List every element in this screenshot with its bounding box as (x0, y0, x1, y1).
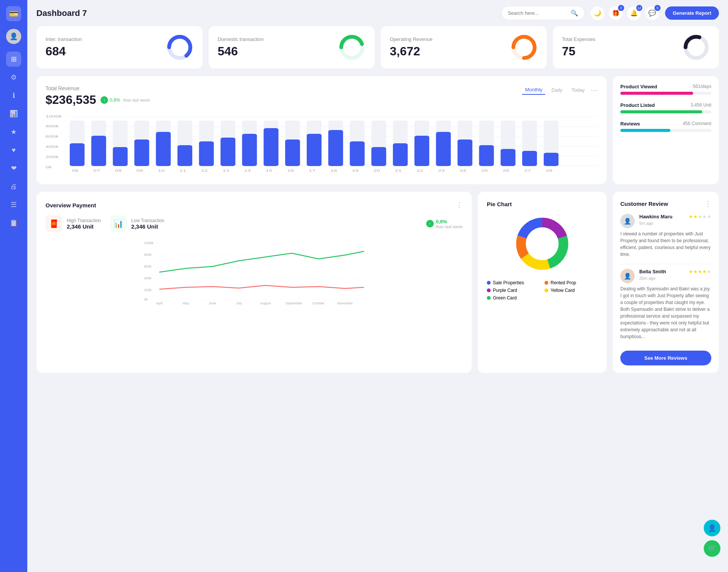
bell-icon-btn[interactable]: 🔔 12 (627, 6, 641, 20)
sidebar-item-list[interactable]: 📋 (6, 215, 21, 230)
svg-text:08: 08 (115, 169, 122, 172)
gift-icon-btn[interactable]: 🎁 2 (609, 6, 623, 20)
payment-stats: 🧧 High Transaction 2,346 Unit 📊 Low Tran… (46, 215, 463, 232)
sidebar-item-heart2[interactable]: ❤ (6, 161, 21, 176)
legend-purple: Purple Card (487, 288, 540, 293)
svg-rect-63 (522, 151, 537, 166)
payment-badge-text: than last week (436, 224, 463, 229)
stat-pl-label: Product Listed (620, 102, 655, 108)
svg-text:23: 23 (438, 169, 445, 172)
tab-monthly[interactable]: Monthly (522, 85, 546, 95)
revenue-badge-text: than last week (123, 98, 150, 102)
reviewer-name-0: Hawkins Maru (639, 214, 672, 219)
svg-rect-45 (328, 130, 343, 166)
bell-badge: 12 (636, 5, 642, 11)
reviewer-avatar-1: 👤 (620, 269, 635, 283)
payment-percent: 0,8% (436, 219, 463, 224)
low-tx-value: 2,346 Unit (131, 223, 164, 230)
pie-chart-card: Pie Chart Sale Properties (478, 192, 607, 373)
svg-text:200k: 200k (46, 155, 59, 159)
float-cart-button[interactable]: 🛒 (704, 540, 720, 557)
svg-text:200k: 200k (144, 288, 152, 292)
legend-rented: Rented Prop (544, 280, 598, 285)
float-support-button[interactable]: 👤 (704, 520, 720, 536)
svg-text:0k: 0k (46, 165, 52, 169)
svg-text:November: November (337, 301, 353, 305)
svg-text:18: 18 (330, 169, 337, 172)
stat-value-expenses: 75 (562, 44, 595, 58)
svg-text:12: 12 (201, 169, 208, 172)
floating-buttons: 👤 🛒 (704, 520, 720, 557)
svg-text:26: 26 (503, 169, 510, 172)
sidebar-item-print[interactable]: 🖨 (6, 179, 21, 194)
legend-sale: Sale Properties (487, 280, 540, 285)
legend-green: Green Card (487, 295, 540, 301)
svg-rect-25 (113, 147, 128, 166)
avatar[interactable]: 👤 (6, 29, 21, 44)
pie-title: Pie Chart (487, 201, 598, 207)
sidebar-item-heart[interactable]: ♥ (6, 143, 21, 158)
sidebar-logo[interactable]: 💳 (6, 6, 21, 21)
sidebar-item-menu[interactable]: ☰ (6, 197, 21, 212)
stats-panel: Product Viewed 561/days Product Listed 3… (613, 76, 719, 184)
svg-text:May: May (182, 301, 189, 305)
sidebar-item-charts[interactable]: 📊 (6, 106, 21, 121)
stat-pv-label: Product Viewed (620, 84, 657, 89)
revenue-more-icon[interactable]: ⋯ (591, 86, 598, 94)
stat-value-inter: 684 (46, 44, 82, 58)
review-item-1: 👤 Bella Smith ★★★★★ 20m ago Dealing with… (620, 269, 711, 340)
svg-rect-47 (350, 141, 365, 166)
stat-label-expenses: Total Expenses (562, 36, 595, 42)
svg-text:25: 25 (481, 169, 488, 172)
svg-text:19: 19 (352, 169, 359, 172)
svg-rect-29 (156, 132, 171, 166)
tab-daily[interactable]: Daily (548, 86, 565, 94)
svg-rect-21 (70, 143, 85, 166)
line-chart-svg: 1000k 800k 600k 400k 200k 0k April M (46, 238, 463, 306)
see-more-reviews-button[interactable]: See More Reviews (620, 351, 711, 365)
stat-value-domestic: 546 (218, 44, 264, 58)
stat-pl-value: 3,456 Unit (690, 102, 711, 108)
generate-report-button[interactable]: Generate Report (665, 6, 719, 20)
header: Dashboard 7 🔍 🌙 🎁 2 🔔 12 💬 5 Generate Re… (36, 0, 719, 26)
stat-product-viewed: Product Viewed 561/days (620, 84, 711, 95)
payment-title: Overview Payment (46, 202, 96, 208)
payment-more-icon[interactable]: ⋮ (456, 201, 463, 209)
svg-rect-51 (393, 143, 408, 166)
chat-icon-btn[interactable]: 💬 5 (645, 6, 659, 20)
svg-rect-65 (544, 153, 559, 166)
theme-toggle[interactable]: 🌙 (591, 6, 604, 20)
svg-text:0k: 0k (144, 298, 148, 301)
svg-text:June: June (209, 301, 216, 305)
stat-reviews: Reviews 456 Comment (620, 121, 711, 132)
revenue-tabs: Monthly Daily Today ⋯ (522, 85, 598, 95)
search-input[interactable] (508, 10, 568, 16)
svg-text:20: 20 (373, 169, 380, 172)
sidebar-item-dashboard[interactable]: ⊞ (6, 52, 21, 67)
pie-chart-svg (512, 213, 573, 274)
revenue-bar-chart: 1000k 800k 600k 400k 200k 0k (46, 113, 598, 175)
search-box[interactable]: 🔍 (501, 6, 585, 20)
svg-text:14: 14 (244, 169, 251, 172)
reviews-more-icon[interactable]: ⋮ (704, 199, 711, 208)
stat-card-domestic: Domestic transaction 546 (209, 26, 375, 69)
revenue-percent: 0,8% (110, 97, 120, 103)
revenue-amount: $236,535 (46, 93, 96, 107)
tab-today[interactable]: Today (568, 86, 588, 94)
svg-rect-61 (500, 149, 515, 166)
reviewer-stars-0: ★★★★★ (689, 214, 711, 219)
svg-text:10: 10 (158, 169, 165, 172)
stat-label-domestic: Domestic transaction (218, 36, 264, 42)
sidebar-item-star[interactable]: ★ (6, 124, 21, 139)
pie-legend: Sale Properties Rented Prop Purple Card … (487, 280, 598, 301)
stat-label-inter: Inter. transaction (46, 36, 82, 42)
payment-header: Overview Payment ⋮ (46, 201, 463, 209)
reviewer-name-1: Bella Smith (639, 269, 666, 274)
sidebar-item-settings[interactable]: ⚙ (6, 70, 21, 85)
sidebar-item-info[interactable]: ℹ (6, 88, 21, 103)
high-tx-value: 2,346 Unit (67, 223, 101, 230)
reviewer-avatar-0: 👤 (620, 214, 635, 228)
svg-text:09: 09 (136, 169, 143, 172)
stat-card-expenses: Total Expenses 75 (553, 26, 719, 69)
svg-text:06: 06 (72, 169, 78, 172)
